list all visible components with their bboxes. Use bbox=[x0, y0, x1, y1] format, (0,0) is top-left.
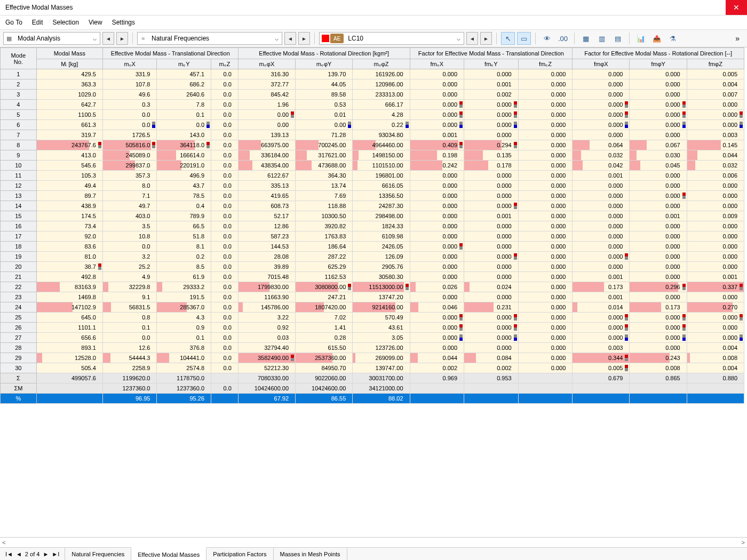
cell[interactable]: 0.000 bbox=[410, 79, 464, 90]
cell[interactable]: 1824.33 bbox=[353, 221, 410, 231]
cell[interactable]: 0.178 bbox=[464, 161, 519, 171]
cell[interactable]: 2537360.00 bbox=[296, 353, 353, 363]
row-header[interactable]: ΣM bbox=[1, 383, 37, 394]
cell[interactable]: 0.679 bbox=[573, 373, 630, 383]
cell[interactable]: 0.000 bbox=[630, 90, 687, 100]
cell[interactable]: 96.95 bbox=[102, 394, 157, 404]
cell[interactable]: 656.6 bbox=[36, 333, 102, 343]
cell[interactable]: 0.044 bbox=[687, 150, 744, 161]
cell[interactable]: 2574.8 bbox=[157, 363, 211, 373]
cell[interactable]: 0.969 bbox=[410, 373, 464, 383]
cell[interactable]: 364.30 bbox=[296, 171, 353, 181]
row-header[interactable]: 22 bbox=[1, 282, 37, 292]
cell[interactable]: 0.92 bbox=[238, 323, 295, 333]
cell[interactable]: 245089.0 bbox=[102, 150, 157, 161]
prev-lc-button[interactable]: ◄ bbox=[466, 32, 478, 45]
cell[interactable]: 0.000 bbox=[687, 292, 744, 302]
cell[interactable]: 73.4 bbox=[36, 221, 102, 231]
cell[interactable]: 0.000 bbox=[518, 90, 573, 100]
cell[interactable]: 1101.1 bbox=[36, 323, 102, 333]
cell[interactable]: 0.000 bbox=[410, 242, 464, 252]
cell[interactable]: 0.000 bbox=[630, 292, 687, 302]
cell[interactable]: 0.000 bbox=[464, 242, 519, 252]
cell[interactable]: 66.5 bbox=[157, 221, 211, 231]
cell[interactable]: 0.0 bbox=[211, 323, 239, 333]
cell[interactable]: 505.4 bbox=[36, 363, 102, 373]
cell[interactable]: 0.000 bbox=[518, 100, 573, 110]
cell[interactable]: 0.270 bbox=[687, 302, 744, 313]
cell[interactable]: 0.014 bbox=[573, 302, 630, 313]
cell[interactable]: 49.4 bbox=[36, 181, 102, 191]
cell[interactable]: 86.55 bbox=[296, 394, 353, 404]
cell[interactable]: 81.0 bbox=[36, 252, 102, 262]
col-fmₑZ[interactable]: fmₑZ bbox=[518, 59, 573, 69]
cell[interactable]: 0.008 bbox=[630, 363, 687, 373]
cell[interactable]: 139.13 bbox=[238, 130, 295, 140]
cell[interactable]: 0.000 bbox=[573, 221, 630, 231]
cell[interactable]: 0.002 bbox=[464, 363, 519, 373]
cell[interactable]: 7.69 bbox=[296, 191, 353, 201]
cell[interactable]: 105.3 bbox=[36, 171, 102, 181]
cell[interactable]: 0.880 bbox=[687, 373, 744, 383]
cell[interactable]: 56831.5 bbox=[102, 302, 157, 313]
cell[interactable]: 0.28 bbox=[296, 333, 353, 343]
row-header[interactable]: 8 bbox=[1, 140, 37, 150]
cell[interactable]: 0.000 bbox=[630, 333, 687, 343]
cell[interactable]: 0.000 bbox=[630, 231, 687, 242]
cell[interactable]: 1199620.0 bbox=[102, 373, 157, 383]
cell[interactable]: 269099.00 bbox=[353, 353, 410, 363]
cell[interactable]: 0.000 bbox=[687, 201, 744, 211]
cell[interactable]: 0.000 bbox=[410, 221, 464, 231]
cell[interactable]: 0.000 bbox=[518, 262, 573, 272]
cell[interactable]: 0.000 bbox=[630, 242, 687, 252]
cell[interactable]: 28.08 bbox=[238, 252, 295, 262]
cell[interactable]: 30580.30 bbox=[353, 272, 410, 282]
cell[interactable]: 285367.0 bbox=[157, 302, 211, 313]
cell[interactable]: 3.2 bbox=[102, 252, 157, 262]
cell[interactable]: 0.001 bbox=[687, 272, 744, 282]
cell[interactable]: 496.9 bbox=[157, 171, 211, 181]
cell[interactable]: 0.000 bbox=[630, 252, 687, 262]
next-page-button[interactable]: ► bbox=[43, 551, 49, 557]
cell[interactable]: 0.0 bbox=[211, 242, 239, 252]
prev-result-button[interactable]: ◄ bbox=[284, 32, 296, 45]
cell[interactable]: 0.005 bbox=[687, 69, 744, 79]
cell[interactable]: 0.198 bbox=[410, 150, 464, 161]
cell[interactable]: 143.0 bbox=[157, 130, 211, 140]
cell[interactable]: 0.008 bbox=[687, 353, 744, 363]
cell[interactable]: 0.004 bbox=[687, 343, 744, 353]
row-header[interactable]: 5 bbox=[1, 110, 37, 120]
cell[interactable]: 0.000 bbox=[518, 120, 573, 130]
cell[interactable]: 0.005 bbox=[573, 363, 630, 373]
cell[interactable]: 0.032 bbox=[687, 161, 744, 171]
cell[interactable]: 357.3 bbox=[102, 171, 157, 181]
cell[interactable]: 8.5 bbox=[157, 262, 211, 272]
cell[interactable]: 52212.30 bbox=[238, 363, 295, 373]
cell[interactable]: 7.1 bbox=[102, 191, 157, 201]
col-fmφZ[interactable]: fmφZ bbox=[687, 59, 744, 69]
row-header[interactable]: 10 bbox=[1, 161, 37, 171]
cell[interactable]: 0.2 bbox=[157, 252, 211, 262]
cell[interactable]: 545.6 bbox=[36, 161, 102, 171]
cell[interactable]: 0.000 bbox=[464, 171, 519, 181]
tab-participation-factors[interactable]: Participation Factors bbox=[206, 548, 273, 560]
cell[interactable] bbox=[518, 373, 573, 383]
cell[interactable]: 0.000 bbox=[687, 120, 744, 130]
cell[interactable]: 6616.05 bbox=[353, 181, 410, 191]
cell[interactable]: 413.0 bbox=[36, 150, 102, 161]
cell[interactable]: 0.000 bbox=[410, 262, 464, 272]
cell[interactable]: 0.0 bbox=[211, 110, 239, 120]
cell[interactable]: 0.000 bbox=[630, 201, 687, 211]
cell[interactable] bbox=[410, 394, 464, 404]
cell[interactable]: 0.000 bbox=[410, 231, 464, 242]
cell[interactable]: 0.000 bbox=[410, 120, 464, 130]
cell[interactable]: 3.5 bbox=[102, 221, 157, 231]
cell[interactable]: 34121000.00 bbox=[353, 383, 410, 394]
data-grid[interactable]: ModeNo.Modal MassEffective Modal Mass - … bbox=[0, 47, 747, 537]
cell[interactable]: 0.000 bbox=[573, 313, 630, 323]
cell[interactable]: 0.000 bbox=[518, 343, 573, 353]
cell[interactable]: 0.0 bbox=[102, 120, 157, 130]
cell[interactable]: 0.000 bbox=[518, 353, 573, 363]
cell[interactable]: 0.000 bbox=[518, 79, 573, 90]
cell[interactable]: 0.000 bbox=[410, 211, 464, 221]
